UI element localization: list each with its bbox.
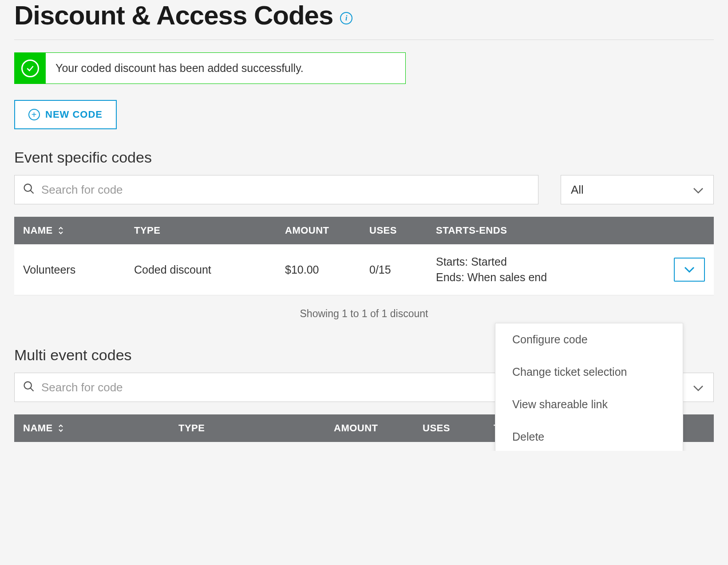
col-amount: AMOUNT [325, 414, 414, 442]
ends-text: Ends: When sales end [436, 270, 656, 285]
event-search-box[interactable] [14, 175, 538, 204]
cell-name: Volunteers [14, 244, 125, 295]
row-actions-button[interactable] [674, 258, 705, 282]
svg-point-2 [24, 382, 32, 389]
col-name-label: NAME [23, 225, 53, 236]
col-name-label: NAME [23, 422, 53, 434]
cell-uses: 0/15 [360, 244, 427, 295]
col-name[interactable]: NAME [14, 217, 125, 244]
svg-line-1 [31, 191, 34, 194]
page-title: Discount & Access Codes [14, 0, 333, 31]
row-actions-menu: Configure code Change ticket selection V… [495, 323, 683, 451]
cell-amount: $10.00 [276, 244, 360, 295]
chevron-down-icon [693, 183, 704, 197]
success-alert: Your coded discount has been added succe… [14, 52, 406, 84]
multi-search-box[interactable] [14, 373, 538, 402]
menu-configure-code[interactable]: Configure code [495, 323, 683, 356]
svg-point-0 [24, 184, 32, 191]
table-row: Volunteers Coded discount $10.00 0/15 St… [14, 244, 714, 295]
col-uses: USES [360, 217, 427, 244]
new-code-label: NEW CODE [45, 109, 103, 120]
plus-icon: + [28, 109, 40, 120]
event-codes-table: NAME TYPE AMOUNT USES STARTS-ENDS Volunt… [14, 217, 714, 295]
search-icon [23, 183, 35, 197]
success-icon-wrap [15, 53, 46, 84]
col-type: TYPE [170, 414, 325, 442]
col-type: TYPE [125, 217, 276, 244]
svg-line-3 [31, 388, 34, 391]
divider [14, 40, 714, 40]
cell-type: Coded discount [125, 244, 276, 295]
col-uses: USES [414, 414, 485, 442]
event-search-input[interactable] [41, 183, 530, 197]
event-section-title: Event specific codes [14, 149, 714, 166]
col-starts-ends: STARTS-ENDS [427, 217, 665, 244]
check-icon [21, 60, 39, 77]
event-filter-dropdown[interactable]: All [561, 175, 714, 204]
starts-text: Starts: Started [436, 254, 656, 270]
filter-selected-value: All [571, 183, 584, 197]
info-icon[interactable]: i [340, 12, 352, 24]
menu-delete[interactable]: Delete [495, 421, 683, 451]
multi-search-input[interactable] [41, 381, 530, 394]
search-icon [23, 380, 35, 394]
col-amount: AMOUNT [276, 217, 360, 244]
sort-icon [58, 424, 63, 433]
menu-change-ticket-selection[interactable]: Change ticket selection [495, 356, 683, 388]
sort-icon [58, 227, 63, 235]
cell-starts-ends: Starts: Started Ends: When sales end [427, 244, 665, 295]
alert-message: Your coded discount has been added succe… [46, 53, 313, 84]
menu-view-shareable-link[interactable]: View shareable link [495, 388, 683, 421]
col-actions [665, 217, 714, 244]
col-name[interactable]: NAME [14, 414, 170, 442]
new-code-button[interactable]: + NEW CODE [14, 100, 117, 129]
chevron-down-icon [693, 381, 704, 394]
